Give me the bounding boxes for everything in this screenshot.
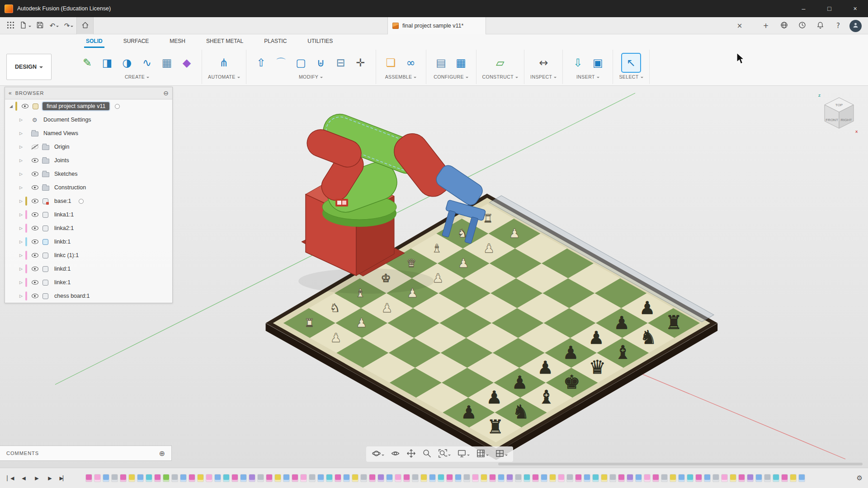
decal-button[interactable]: ▣ (589, 54, 607, 72)
node-label[interactable]: Joints (52, 156, 71, 164)
dark-piece-p[interactable]: ♟ (563, 342, 579, 363)
timeline-feature-77[interactable] (746, 473, 754, 483)
timeline-feature-19[interactable] (248, 473, 255, 483)
expand-arrow-icon[interactable]: ▷ (18, 199, 24, 203)
ribbon-tab-solid[interactable]: SOLID (86, 34, 103, 48)
timeline-feature-17[interactable] (231, 473, 238, 483)
timeline-feature-5[interactable] (128, 473, 135, 483)
configure-button[interactable]: ▤ (432, 54, 450, 72)
timeline-feature-41[interactable] (437, 473, 444, 483)
browser-row-named-views[interactable]: ▷ Named Views (5, 127, 172, 140)
app-grid-button[interactable] (4, 19, 17, 33)
dark-piece-r[interactable]: ♜ (665, 311, 682, 333)
visibility-eye-icon[interactable] (29, 212, 40, 217)
timeline-feature-42[interactable] (446, 473, 453, 483)
pattern-button[interactable]: ▦ (158, 54, 176, 72)
configuration-table-button[interactable]: ▦ (452, 54, 470, 72)
light-piece-p[interactable]: ♟ (382, 301, 393, 315)
timeline-feature-23[interactable] (283, 473, 290, 483)
document-tab[interactable]: final project sample v11* (387, 17, 486, 34)
light-piece-p[interactable]: ♟ (356, 316, 367, 330)
timeline-settings-button[interactable]: ⚙ (857, 474, 863, 482)
expand-arrow-icon[interactable]: ▷ (18, 117, 24, 122)
timeline-feature-57[interactable] (575, 473, 582, 483)
timeline-feature-67[interactable] (660, 473, 668, 483)
browser-row-linka2-1[interactable]: ▷ linka2:1 (5, 221, 172, 235)
timeline-feature-75[interactable] (729, 473, 736, 483)
timeline-feature-55[interactable] (557, 473, 565, 483)
timeline-feature-48[interactable] (497, 473, 505, 483)
dark-piece-k[interactable]: ♚ (563, 371, 580, 393)
combine-button[interactable]: ⊎ (312, 54, 330, 72)
node-label[interactable]: Named Views (42, 129, 80, 137)
automate-button[interactable]: ⋔ (215, 54, 233, 72)
expand-arrow-icon[interactable]: ▷ (18, 253, 24, 258)
step-back-button[interactable]: ◀ (18, 473, 29, 483)
comments-bar[interactable]: COMMENTS ⊕ (0, 446, 172, 461)
timeline-feature-37[interactable] (403, 473, 410, 483)
minimize-button[interactable]: – (791, 0, 816, 17)
visibility-eye-icon[interactable] (19, 104, 30, 108)
timeline-feature-2[interactable] (102, 473, 109, 483)
expand-arrow-icon[interactable]: ▷ (18, 239, 24, 244)
light-piece-p[interactable]: ♟ (330, 331, 342, 345)
timeline-feature-15[interactable] (214, 473, 221, 483)
visibility-eye-icon[interactable] (29, 294, 40, 298)
timeline-feature-58[interactable] (583, 473, 590, 483)
timeline-feature-32[interactable] (360, 473, 367, 483)
pan-button[interactable] (406, 448, 417, 460)
timeline-feature-43[interactable] (454, 473, 462, 483)
timeline-feature-44[interactable] (463, 473, 470, 483)
split-body-button[interactable]: ⊟ (332, 54, 350, 72)
display-settings-button[interactable] (456, 448, 471, 460)
dark-piece-n[interactable]: ♞ (640, 326, 656, 348)
timeline-feature-9[interactable] (162, 473, 170, 483)
timeline-feature-80[interactable] (772, 473, 779, 483)
timeline-feature-25[interactable] (300, 473, 307, 483)
grid-settings-button[interactable] (475, 448, 490, 460)
timeline-feature-0[interactable] (85, 473, 92, 483)
expand-arrow-icon[interactable]: ◢ (8, 104, 14, 108)
dark-piece-r[interactable]: ♜ (487, 416, 504, 438)
visibility-eye-icon[interactable] (29, 280, 40, 285)
visibility-eye-icon[interactable] (29, 253, 40, 258)
timeline-feature-31[interactable] (351, 473, 359, 483)
expand-arrow-icon[interactable]: ▷ (18, 294, 24, 298)
measure-button[interactable]: ↔ (534, 54, 552, 72)
dark-piece-n[interactable]: ♞ (512, 401, 529, 423)
select-button[interactable]: ↖ (622, 54, 640, 72)
new-component-button[interactable]: ❏ (382, 54, 400, 72)
dark-piece-p[interactable]: ♟ (537, 357, 553, 378)
minimize-panel-button[interactable]: ⊖ (163, 89, 169, 97)
ribbon-tab-utilities[interactable]: UTILITIES (307, 34, 333, 48)
timeline-feature-34[interactable] (377, 473, 384, 483)
expand-arrow-icon[interactable]: ▷ (18, 267, 24, 271)
browser-row-final-project-sample-v11[interactable]: ◢ final project sample v11 (5, 99, 172, 113)
dark-piece-q[interactable]: ♛ (589, 356, 605, 378)
timeline-feature-52[interactable] (532, 473, 539, 483)
node-label[interactable]: Document Settings (42, 116, 93, 124)
node-label[interactable]: linkb:1 (52, 238, 72, 246)
browser-row-construction[interactable]: ▷ Construction (5, 181, 172, 194)
visibility-eye-icon[interactable] (29, 185, 40, 190)
close-button[interactable]: × (842, 0, 868, 17)
timeline-feature-82[interactable] (789, 473, 797, 483)
browser-row-base-1[interactable]: ▷ base:1 (5, 194, 172, 208)
browser-row-document-settings[interactable]: ▷ ⚙ Document Settings (5, 113, 172, 127)
close-document-tab-button[interactable]: × (733, 19, 746, 33)
dark-piece-p[interactable]: ♟ (588, 327, 604, 348)
timeline-feature-13[interactable] (197, 473, 204, 483)
light-piece-p[interactable]: ♟ (483, 241, 495, 255)
dark-piece-b[interactable]: ♝ (614, 341, 631, 363)
timeline-feature-4[interactable] (119, 473, 127, 483)
timeline-feature-38[interactable] (411, 473, 419, 483)
extensions-button[interactable] (777, 19, 791, 33)
timeline-feature-1[interactable] (94, 473, 101, 483)
workspace-switcher[interactable]: DESIGN (6, 54, 52, 80)
timeline-feature-11[interactable] (179, 473, 187, 483)
timeline-feature-3[interactable] (111, 473, 118, 483)
activate-component-radio[interactable] (79, 199, 84, 204)
timeline-feature-36[interactable] (394, 473, 401, 483)
timeline-feature-51[interactable] (523, 473, 530, 483)
timeline-feature-60[interactable] (600, 473, 608, 483)
